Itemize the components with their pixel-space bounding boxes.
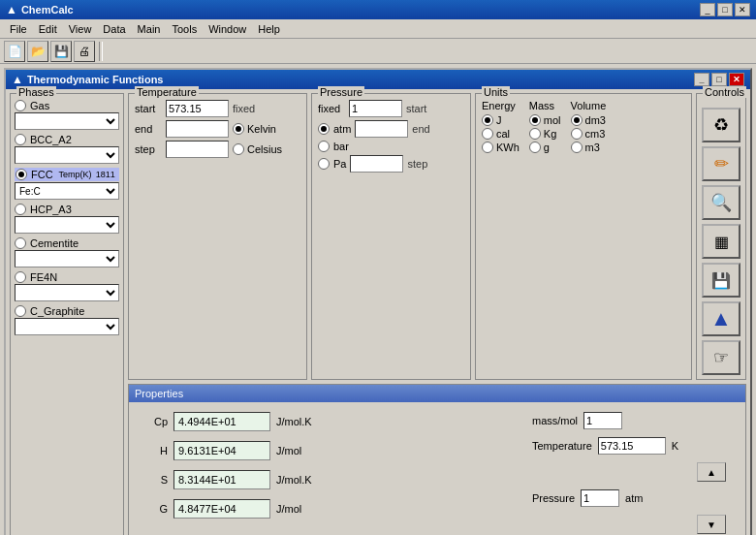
radio-cal[interactable] — [482, 128, 493, 140]
temp-step-input[interactable] — [166, 141, 229, 158]
ctrl-pencil-btn[interactable]: ✏ — [702, 146, 740, 181]
temp-start-input[interactable] — [166, 100, 229, 117]
phase-hcp-select[interactable] — [15, 216, 119, 234]
menu-view[interactable]: View — [63, 21, 98, 37]
menu-data[interactable]: Data — [97, 21, 131, 37]
phases-panel: Phases Gas BCC_A2 — [10, 93, 124, 535]
radio-mol[interactable] — [529, 114, 541, 126]
temp-label: Temperature — [135, 86, 199, 98]
inner-close-btn[interactable]: ✕ — [729, 73, 744, 86]
h-unit: J/mol — [276, 445, 315, 456]
menu-file[interactable]: File — [4, 21, 33, 37]
phase-bcc: BCC_A2 — [15, 134, 119, 164]
menu-window[interactable]: Window — [203, 21, 252, 37]
toolbar: 📄 📂 💾 🖨 — [0, 39, 756, 64]
ctrl-grid-btn[interactable]: ▦ — [702, 224, 740, 259]
radio-celsius[interactable] — [233, 143, 244, 155]
app-title: ▲ ChemCalc — [6, 3, 700, 16]
phase-cementite: Cementite — [15, 237, 119, 268]
radio-atm[interactable] — [318, 123, 330, 135]
radio-dm3[interactable] — [571, 114, 583, 126]
phase-gas-select[interactable] — [15, 112, 119, 130]
radio-kwh[interactable] — [482, 142, 493, 153]
properties-panel: Properties Cp J/mol.K — [128, 384, 746, 535]
radio-j[interactable] — [482, 114, 493, 126]
cm3-label: cm3 — [585, 128, 606, 140]
g-label: G — [148, 503, 168, 515]
radio-kelvin[interactable] — [233, 123, 244, 135]
pressure-end-input[interactable] — [355, 120, 408, 138]
properties-title: Properties — [135, 388, 183, 399]
j-label: J — [496, 114, 502, 126]
volume-col-header: Volume — [571, 100, 607, 111]
h-input[interactable] — [173, 441, 270, 460]
s-label: S — [148, 474, 168, 486]
mol-label: mol — [544, 114, 561, 126]
radio-cm3[interactable] — [571, 128, 583, 140]
outer-maximize-btn[interactable]: □ — [717, 3, 733, 16]
pressure-step-input[interactable] — [350, 155, 403, 173]
mass-mol-input[interactable] — [583, 412, 622, 429]
ctrl-hand-btn[interactable]: ☞ — [702, 340, 740, 375]
toolbar-save[interactable]: 💾 — [50, 41, 72, 62]
inner-window: ▲ Thermodynamic Functions _ □ ✕ Phases — [4, 68, 752, 535]
inner-maximize-btn[interactable]: □ — [711, 73, 727, 86]
fcc-temp-value: 1811 — [96, 170, 115, 179]
phase-graphite-select[interactable] — [15, 318, 119, 335]
radio-bcc[interactable] — [15, 134, 26, 145]
g-input[interactable] — [173, 499, 270, 519]
temp-start-label: start — [135, 103, 162, 114]
g-label: g — [544, 142, 550, 153]
radio-cementite[interactable] — [15, 237, 26, 249]
radio-g[interactable] — [529, 142, 541, 153]
ctrl-zoom-btn[interactable]: 🔍 — [702, 185, 740, 220]
down-arrow-btn[interactable]: ▼ — [697, 515, 726, 534]
temp-end-input[interactable] — [166, 120, 229, 138]
phase-fcc-select[interactable]: Fe:C — [15, 182, 119, 200]
inner-minimize-btn[interactable]: _ — [694, 73, 709, 86]
temp-prop-input[interactable] — [598, 437, 666, 455]
radio-hcp[interactable] — [15, 204, 26, 215]
pressure-step-label: step — [407, 158, 427, 170]
recycle-icon: ♻ — [713, 114, 729, 136]
phase-bcc-select[interactable] — [15, 146, 119, 164]
phase-fe4n-select[interactable] — [15, 284, 119, 301]
radio-kg[interactable] — [529, 128, 541, 140]
phase-cementite-select[interactable] — [15, 250, 119, 268]
cp-input[interactable] — [173, 412, 270, 431]
radio-fcc[interactable] — [16, 169, 27, 180]
up-arrow-btn[interactable]: ▲ — [697, 462, 726, 482]
menu-main[interactable]: Main — [132, 21, 167, 37]
pressure-start-label: start — [406, 103, 426, 114]
phase-fe4n-label: FE4N — [30, 271, 57, 283]
ctrl-recycle-btn[interactable]: ♻ — [702, 108, 740, 142]
pressure-prop-input[interactable] — [581, 489, 619, 507]
radio-fe4n[interactable] — [15, 271, 26, 283]
triangle-icon: ▲ — [710, 306, 732, 331]
pressure-prop-row: Pressure atm — [532, 489, 726, 507]
pressure-prop-unit: atm — [625, 492, 643, 504]
toolbar-open[interactable]: 📂 — [27, 41, 48, 62]
phases-label: Phases — [16, 86, 56, 98]
radio-pa[interactable] — [318, 158, 330, 170]
menu-tools[interactable]: Tools — [166, 21, 203, 37]
fcc-temp-label: Temp(K) — [59, 170, 92, 179]
cal-label: cal — [496, 128, 510, 140]
ctrl-save-btn[interactable]: 💾 — [702, 263, 740, 298]
menu-edit[interactable]: Edit — [33, 21, 63, 37]
radio-m3[interactable] — [571, 142, 583, 153]
kwh-label: KWh — [496, 142, 520, 153]
toolbar-print[interactable]: 🖨 — [74, 41, 95, 62]
phase-cementite-label: Cementite — [30, 237, 79, 249]
outer-close-btn[interactable]: ✕ — [735, 3, 750, 16]
toolbar-new[interactable]: 📄 — [4, 41, 25, 62]
radio-bar[interactable] — [318, 141, 330, 152]
outer-minimize-btn[interactable]: _ — [700, 3, 715, 16]
ctrl-triangle-btn[interactable]: ▲ — [702, 301, 740, 336]
radio-gas[interactable] — [15, 100, 26, 111]
pressure-fixed-input[interactable] — [349, 100, 402, 117]
energy-col-header: Energy — [482, 100, 520, 111]
menu-help[interactable]: Help — [252, 21, 286, 37]
radio-graphite[interactable] — [15, 305, 26, 317]
s-input[interactable] — [173, 470, 270, 489]
